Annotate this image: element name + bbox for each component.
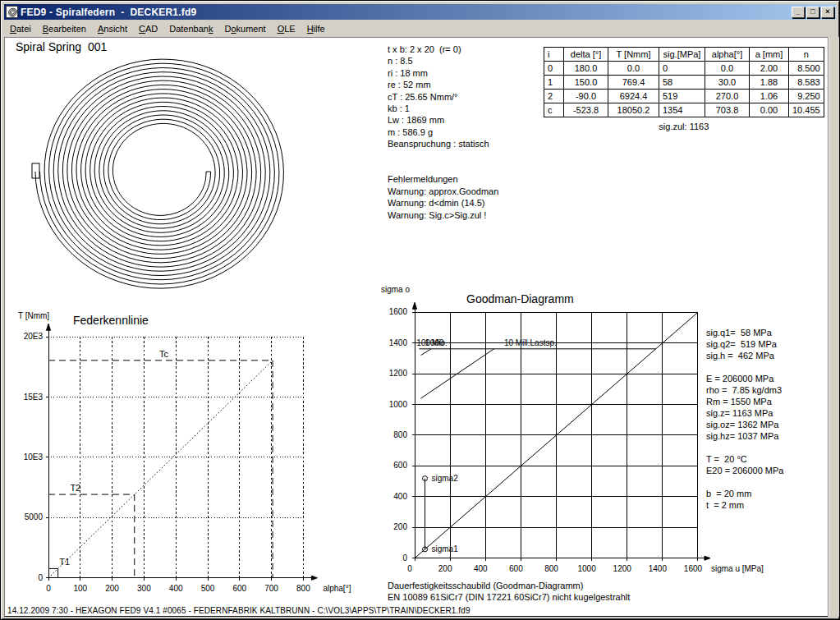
menu-item-dokument[interactable]: Dokument — [218, 22, 271, 35]
svg-text:1600: 1600 — [684, 564, 703, 573]
svg-text:10E3: 10E3 — [24, 452, 44, 462]
table-cell: 1 — [544, 76, 564, 90]
table-cell: -90.0 — [564, 90, 608, 103]
right-scrollbar-track — [828, 37, 840, 617]
svg-text:200: 200 — [438, 564, 452, 573]
svg-text:400: 400 — [169, 584, 183, 593]
text-line: Rm = 1550 MPa — [706, 396, 784, 407]
table-cell: 18050.2 — [608, 103, 659, 117]
report-client-area: Spiral Spring 001 t x b: 2 x 20 (r= 0)n … — [4, 37, 828, 617]
text-line — [388, 162, 498, 173]
text-line: b = 20 mm — [706, 488, 784, 499]
svg-text:0: 0 — [402, 553, 407, 563]
table-cell: 1354 — [659, 103, 705, 117]
text-line: sig.h = 462 MPa — [706, 350, 784, 361]
text-line: sig.q1= 58 MPa — [706, 327, 784, 338]
svg-text:200: 200 — [393, 522, 407, 531]
table-cell: 270.0 — [705, 90, 750, 103]
svg-text:400: 400 — [393, 492, 407, 501]
table-cell: 703.8 — [705, 103, 750, 117]
text-line: re : 52 mm — [388, 79, 498, 90]
window-title: FED9 - Spiralfedern - DECKER1.fd9 — [21, 7, 196, 18]
table-cell: 150.0 — [564, 76, 608, 90]
svg-text:sigma1: sigma1 — [432, 544, 459, 553]
spring-parameters-block: t x b: 2 x 20 (r= 0)n : 8.5ri : 18 mmre … — [388, 44, 498, 221]
text-line: sig.hz= 1037 MPa — [706, 430, 784, 442]
text-line: kb : 1 — [388, 103, 498, 114]
menu-item-datenbank[interactable]: Datenbank — [163, 22, 218, 35]
svg-text:1000: 1000 — [577, 564, 596, 573]
goodman-caption-line1: Dauerfestigkeitsschaubild (Goodman-Diagr… — [388, 581, 583, 590]
svg-text:0: 0 — [38, 573, 43, 582]
text-line — [706, 361, 784, 373]
menu-item-datei[interactable]: Datei — [4, 22, 37, 35]
text-line: Warnung: approx.Goodman — [388, 186, 498, 197]
svg-text:Federkennlinie: Federkennlinie — [73, 314, 149, 327]
text-line: ri : 18 mm — [388, 67, 498, 79]
title-bar[interactable]: FED9 - Spiralfedern - DECKER1.fd9 _ □ × — [4, 4, 836, 20]
minimize-button[interactable]: _ — [792, 7, 805, 18]
col-header: a [mm] — [750, 48, 789, 62]
text-line: Warnung: d<dmin (14.5) — [388, 197, 498, 209]
table-cell: 8.500 — [789, 62, 824, 76]
menu-item-ansicht[interactable]: Ansicht — [92, 22, 133, 35]
svg-text:200: 200 — [105, 584, 119, 593]
menu-item-ole[interactable]: OLE — [272, 22, 301, 35]
text-line — [388, 150, 498, 162]
text-line: Beanspruchung : statisch — [388, 138, 498, 149]
results-table-container: idelta [°]T [Nmm]sig.[MPa]alpha[°]a [mm]… — [544, 47, 824, 131]
text-line: Warnung: Sig.c>Sig.zul ! — [388, 209, 498, 221]
goodman-diagram-chart: 0200400600800100012001400160002004006008… — [371, 281, 760, 593]
svg-text:10 Mill.Lastsp.: 10 Mill.Lastsp. — [504, 338, 557, 347]
table-cell: 0.00 — [750, 103, 789, 117]
table-cell: 30.0 — [705, 76, 750, 90]
text-line: E = 206000 MPa — [706, 373, 784, 384]
text-line: Lw : 1869 mm — [388, 114, 498, 126]
svg-text:400: 400 — [474, 564, 488, 573]
col-header: i — [544, 48, 564, 62]
svg-text:0: 0 — [46, 584, 51, 593]
material-info-block: sig.q1= 58 MPasig.q2= 519 MPasig.h = 462… — [706, 327, 784, 511]
svg-text:Tc: Tc — [159, 349, 169, 359]
table-cell: 0.0 — [608, 62, 659, 76]
text-line: sig.oz= 1362 MPa — [706, 419, 784, 430]
table-cell: 8.583 — [789, 76, 824, 90]
app-window: FED9 - Spiralfedern - DECKER1.fd9 _ □ × … — [0, 0, 840, 620]
text-line: cT : 25.65 Nmm/° — [388, 91, 498, 103]
menu-item-hilfe[interactable]: Hilfe — [301, 22, 331, 35]
text-line: sig.q2= 519 MPa — [706, 338, 784, 350]
text-line: t x b: 2 x 20 (r= 0) — [388, 44, 498, 55]
svg-text:800: 800 — [393, 430, 407, 439]
svg-text:500: 500 — [201, 584, 215, 593]
svg-text:sigma2: sigma2 — [432, 474, 459, 483]
goodman-caption-line2: EN 10089 61SiCr7 (DIN 17221 60SiCr7) nic… — [388, 592, 630, 602]
table-row: 2-90.06924.4519270.01.069.250 — [544, 90, 824, 103]
text-line: n : 8.5 — [388, 55, 498, 67]
table-cell: 180.0 — [564, 62, 608, 76]
status-bar: 14.12.2009 7:30 - HEXAGON FED9 V4.1 #006… — [7, 606, 470, 615]
table-cell: 0.0 — [705, 62, 750, 76]
table-cell: 2.00 — [750, 62, 789, 76]
table-row: 0180.00.000.02.008.500 — [544, 62, 824, 76]
table-cell: 6924.4 — [608, 90, 659, 103]
app-icon-spiral — [6, 6, 18, 18]
svg-text:1 Mio.: 1 Mio. — [425, 338, 448, 347]
text-line: Fehlermeldungen — [388, 173, 498, 185]
svg-text:T [Nmm]: T [Nmm] — [18, 311, 49, 320]
table-cell: 0 — [659, 62, 705, 76]
sig-zul-note: sig.zul: 1163 — [544, 122, 824, 131]
menu-item-cad[interactable]: CAD — [133, 22, 163, 35]
maximize-button[interactable]: □ — [806, 7, 819, 18]
table-cell: 2 — [544, 90, 564, 103]
svg-text:100: 100 — [73, 584, 87, 593]
svg-text:800: 800 — [296, 584, 310, 593]
table-cell: 10.455 — [789, 103, 824, 117]
svg-text:1400: 1400 — [389, 338, 408, 347]
close-button[interactable]: × — [821, 7, 834, 18]
svg-text:T2: T2 — [70, 483, 80, 493]
table-row: 1150.0769.45830.01.888.583 — [544, 76, 824, 90]
svg-text:1200: 1200 — [613, 564, 632, 573]
text-line: E20 = 206000 MPa — [706, 465, 784, 476]
text-line: sig.z= 1163 MPa — [706, 407, 784, 419]
menu-item-bearbeiten[interactable]: Bearbeiten — [37, 22, 92, 35]
